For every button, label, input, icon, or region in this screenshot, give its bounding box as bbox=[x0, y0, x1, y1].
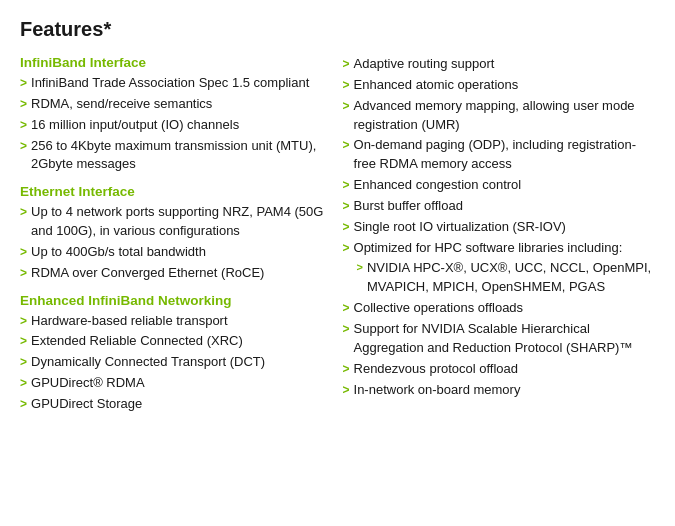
arrow-icon: > bbox=[343, 361, 350, 378]
arrow-icon: > bbox=[20, 375, 27, 392]
left-column: InfiniBand Interface > InfiniBand Trade … bbox=[20, 55, 333, 416]
item-text: RDMA over Converged Ethernet (RoCE) bbox=[31, 264, 332, 283]
arrow-icon: > bbox=[343, 77, 350, 94]
list-item: > Dynamically Connected Transport (DCT) bbox=[20, 353, 333, 372]
item-text: Single root IO virtualization (SR-IOV) bbox=[354, 218, 655, 237]
two-column-layout: InfiniBand Interface > InfiniBand Trade … bbox=[20, 55, 655, 416]
item-text: Enhanced congestion control bbox=[354, 176, 655, 195]
infiniband-interface-heading: InfiniBand Interface bbox=[20, 55, 333, 70]
list-item: > Optimized for HPC software libraries i… bbox=[343, 239, 656, 258]
list-item: > Enhanced congestion control bbox=[343, 176, 656, 195]
arrow-icon: > bbox=[20, 333, 27, 350]
arrow-icon: > bbox=[20, 204, 27, 221]
item-text: InfiniBand Trade Association Spec 1.5 co… bbox=[31, 74, 332, 93]
item-text: Dynamically Connected Transport (DCT) bbox=[31, 353, 332, 372]
item-text: Advanced memory mapping, allowing user m… bbox=[354, 97, 655, 135]
item-text: Enhanced atomic operations bbox=[354, 76, 655, 95]
item-text: Support for NVIDIA Scalable Hierarchical… bbox=[354, 320, 655, 358]
list-item: > GPUDirect® RDMA bbox=[20, 374, 333, 393]
item-text: Collective operations offloads bbox=[354, 299, 655, 318]
list-item: > Adaptive routing support bbox=[343, 55, 656, 74]
item-text: 256 to 4Kbyte maximum transmission unit … bbox=[31, 137, 332, 175]
arrow-icon: > bbox=[20, 75, 27, 92]
arrow-icon: > bbox=[343, 321, 350, 338]
list-item: > Extended Reliable Connected (XRC) bbox=[20, 332, 333, 351]
arrow-icon: > bbox=[343, 98, 350, 115]
list-item: > Support for NVIDIA Scalable Hierarchic… bbox=[343, 320, 656, 358]
item-text: Burst buffer offload bbox=[354, 197, 655, 216]
sub-item-text: NVIDIA HPC-X®, UCX®, UCC, NCCL, OpenMPI,… bbox=[367, 259, 655, 297]
item-text: In-network on-board memory bbox=[354, 381, 655, 400]
list-item: > 256 to 4Kbyte maximum transmission uni… bbox=[20, 137, 333, 175]
list-item: > Single root IO virtualization (SR-IOV) bbox=[343, 218, 656, 237]
list-item: > 16 million input/output (IO) channels bbox=[20, 116, 333, 135]
ethernet-interface-heading: Ethernet Interface bbox=[20, 184, 333, 199]
item-text: Up to 400Gb/s total bandwidth bbox=[31, 243, 332, 262]
item-text: Adaptive routing support bbox=[354, 55, 655, 74]
list-item: > Collective operations offloads bbox=[343, 299, 656, 318]
arrow-icon: > bbox=[20, 96, 27, 113]
list-item: > Burst buffer offload bbox=[343, 197, 656, 216]
item-text: Optimized for HPC software libraries inc… bbox=[354, 239, 655, 258]
arrow-icon: > bbox=[343, 240, 350, 257]
arrow-icon: > bbox=[343, 300, 350, 317]
features-section: Features* InfiniBand Interface > InfiniB… bbox=[20, 18, 655, 416]
item-text: Up to 4 network ports supporting NRZ, PA… bbox=[31, 203, 332, 241]
list-item: > In-network on-board memory bbox=[343, 381, 656, 400]
list-item: > Rendezvous protocol offload bbox=[343, 360, 656, 379]
item-text: Rendezvous protocol offload bbox=[354, 360, 655, 379]
list-item: > On-demand paging (ODP), including regi… bbox=[343, 136, 656, 174]
arrow-icon: > bbox=[20, 313, 27, 330]
arrow-icon: > bbox=[20, 244, 27, 261]
list-item: > RDMA, send/receive semantics bbox=[20, 95, 333, 114]
arrow-icon: > bbox=[357, 260, 363, 276]
arrow-icon: > bbox=[343, 198, 350, 215]
arrow-icon: > bbox=[20, 138, 27, 155]
enhanced-infiniband-heading: Enhanced InfiniBand Networking bbox=[20, 293, 333, 308]
item-text: Hardware-based reliable transport bbox=[31, 312, 332, 331]
arrow-icon: > bbox=[20, 396, 27, 413]
right-column: > Adaptive routing support > Enhanced at… bbox=[343, 55, 656, 416]
list-item: > Enhanced atomic operations bbox=[343, 76, 656, 95]
list-item: > Up to 400Gb/s total bandwidth bbox=[20, 243, 333, 262]
arrow-icon: > bbox=[343, 177, 350, 194]
item-text: GPUDirect Storage bbox=[31, 395, 332, 414]
arrow-icon: > bbox=[343, 137, 350, 154]
arrow-icon: > bbox=[20, 265, 27, 282]
item-text: On-demand paging (ODP), including regist… bbox=[354, 136, 655, 174]
arrow-icon: > bbox=[343, 219, 350, 236]
item-text: RDMA, send/receive semantics bbox=[31, 95, 332, 114]
list-item: > InfiniBand Trade Association Spec 1.5 … bbox=[20, 74, 333, 93]
arrow-icon: > bbox=[20, 117, 27, 134]
arrow-icon: > bbox=[20, 354, 27, 371]
item-text: Extended Reliable Connected (XRC) bbox=[31, 332, 332, 351]
sub-list-item: > NVIDIA HPC-X®, UCX®, UCC, NCCL, OpenMP… bbox=[357, 259, 656, 297]
list-item: > Hardware-based reliable transport bbox=[20, 312, 333, 331]
arrow-icon: > bbox=[343, 382, 350, 399]
list-item: > Advanced memory mapping, allowing user… bbox=[343, 97, 656, 135]
arrow-icon: > bbox=[343, 56, 350, 73]
list-item: > RDMA over Converged Ethernet (RoCE) bbox=[20, 264, 333, 283]
item-text: 16 million input/output (IO) channels bbox=[31, 116, 332, 135]
list-item: > Up to 4 network ports supporting NRZ, … bbox=[20, 203, 333, 241]
list-item: > GPUDirect Storage bbox=[20, 395, 333, 414]
page-title: Features* bbox=[20, 18, 655, 41]
item-text: GPUDirect® RDMA bbox=[31, 374, 332, 393]
